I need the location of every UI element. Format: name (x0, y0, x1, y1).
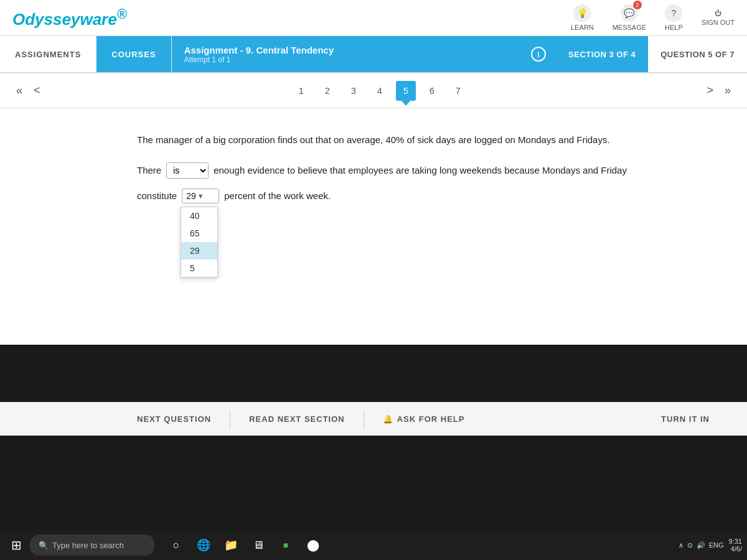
is-dropdown[interactable]: is is not (166, 162, 209, 179)
stepper-icon: ▼ (197, 192, 204, 200)
logo-text: Odysseyware® (12, 10, 127, 29)
question-num-5[interactable]: 5 (396, 81, 416, 101)
help-icon: ? (665, 4, 682, 22)
search-icon: 🔍 (39, 541, 49, 550)
message-nav[interactable]: 💬 2 MESSAGE (613, 4, 646, 31)
taskbar-app2-button[interactable]: ■ (273, 532, 299, 558)
question-text: The manager of a big corporation finds o… (137, 133, 710, 147)
ask-help-icon: 🔔 (383, 414, 393, 424)
start-button[interactable]: ⊞ (5, 534, 27, 556)
taskbar-browser-button[interactable]: 🌐 (190, 532, 217, 558)
next-question-button[interactable]: > (703, 83, 717, 98)
assignments-tab-label: ASSIGNMENTS (15, 50, 81, 59)
question-num-2[interactable]: 2 (317, 81, 337, 101)
sentence-row-1: There is is not enough evidence to belie… (137, 162, 710, 179)
taskbar-files-button[interactable]: 📁 (218, 532, 244, 558)
sentence-part1: There (137, 165, 161, 175)
time-display: 9:31 (729, 538, 742, 545)
nav-arrows-left: « < (12, 83, 44, 98)
assignments-tab[interactable]: ASSIGNMENTS (0, 36, 96, 72)
main-content: The manager of a big corporation finds o… (0, 108, 747, 345)
tray-icon-1: ⊙ (687, 541, 693, 549)
dropdown-option-29[interactable]: 29 (181, 242, 217, 259)
system-tray: ∧ ⊙ 🔊 ENG (679, 541, 724, 549)
top-bar: Odysseyware® 💡 LEARN 💬 2 MESSAGE ? HELP … (0, 0, 747, 36)
section-label: SECTION 3 OF 4 (556, 36, 648, 72)
question-num-3[interactable]: 3 (344, 81, 364, 101)
taskbar-right: ∧ ⊙ 🔊 ENG 9:31 4/6/ (679, 538, 742, 553)
dropdown-option-65[interactable]: 65 (181, 225, 217, 242)
taskbar-circle-button[interactable]: ○ (163, 532, 189, 558)
tray-up-icon[interactable]: ∧ (679, 541, 684, 549)
sign-out-label: SIGN OUT (702, 19, 735, 26)
browser-icon: 🌐 (197, 538, 210, 552)
tray-icon-2: 🔊 (697, 541, 705, 549)
courses-tab-label: COURSES (111, 50, 156, 59)
bottom-area (0, 437, 747, 505)
question-num-7[interactable]: 7 (448, 81, 468, 101)
learn-label: LEARN (571, 24, 594, 31)
app3-icon: ⬤ (307, 538, 319, 552)
taskbar-app1-button[interactable]: 🖥 (245, 532, 271, 558)
courses-tab[interactable]: COURSES (96, 36, 171, 72)
date-display: 4/6/ (731, 545, 742, 553)
trademark: ® (117, 6, 127, 22)
turn-it-in-button[interactable]: TURN IT IN (661, 414, 710, 424)
taskbar-app3-button[interactable]: ⬤ (300, 532, 326, 558)
question-label: QUESTION 5 OF 7 (648, 36, 747, 72)
app-logo: Odysseyware® (12, 6, 127, 29)
prev-question-button[interactable]: < (30, 83, 44, 98)
action-divider-2 (364, 410, 364, 429)
assignment-attempt: Attempt 1 of 1 (184, 55, 521, 64)
learn-nav[interactable]: 💡 LEARN (571, 4, 594, 31)
second-nav-bar: ASSIGNMENTS COURSES Assignment - 9. Cent… (0, 36, 747, 73)
dropdown-popup: 40 65 29 5 (181, 207, 218, 278)
tray-lang: ENG (709, 541, 724, 549)
files-icon: 📁 (224, 538, 238, 552)
taskbar: ⊞ 🔍 Type here to search ○ 🌐 📁 🖥 ■ ⬤ ∧ ⊙ … (0, 530, 747, 560)
message-badge: 2 (633, 1, 642, 9)
message-icon: 💬 2 (621, 4, 638, 22)
stepper-value: 29 (186, 191, 196, 201)
ask-for-help-button[interactable]: 🔔 ASK FOR HELP (383, 414, 465, 424)
sentence-part4: percent of the work week. (224, 190, 331, 201)
question-nav-bar: « < 1 2 3 4 5 6 7 > » (0, 73, 747, 108)
read-next-section-button[interactable]: READ NEXT SECTION (249, 414, 345, 424)
assignment-info: Assignment - 9. Central Tendency Attempt… (172, 36, 521, 72)
app2-icon: ■ (283, 540, 288, 550)
first-question-button[interactable]: « (12, 83, 26, 98)
message-label: MESSAGE (613, 24, 646, 31)
dropdown-option-5[interactable]: 5 (181, 259, 217, 277)
question-num-4[interactable]: 4 (370, 81, 390, 101)
taskbar-search-label: Type here to search (52, 541, 124, 550)
action-bar: NEXT QUESTION READ NEXT SECTION 🔔 ASK FO… (0, 402, 747, 436)
dropdown-option-40[interactable]: 40 (181, 207, 217, 225)
circle-icon: ○ (173, 539, 180, 552)
sign-out-button[interactable]: ⏻ SIGN OUT (702, 9, 735, 26)
stepper-input[interactable]: 29 ▼ (182, 189, 219, 203)
sign-out-icon: ⏻ (715, 9, 721, 17)
sentence-part3: constitute (137, 190, 177, 201)
sentence-part2: enough evidence to believe that employee… (214, 165, 627, 175)
ask-help-label: ASK FOR HELP (397, 414, 465, 424)
question-numbers: 1 2 3 4 5 6 7 (57, 81, 703, 101)
taskbar-search[interactable]: 🔍 Type here to search (30, 534, 154, 556)
sentence-row-2: constitute 29 ▼ percent of the work week… (137, 189, 710, 203)
nav-arrows-right: > » (703, 83, 735, 98)
info-icon: i (531, 47, 546, 62)
top-nav-icons: 💡 LEARN 💬 2 MESSAGE ? HELP ⏻ SIGN OUT (571, 4, 735, 31)
next-question-action-button[interactable]: NEXT QUESTION (137, 414, 211, 424)
question-num-1[interactable]: 1 (291, 81, 311, 101)
taskbar-icons: ○ 🌐 📁 🖥 ■ ⬤ (163, 532, 326, 558)
assignment-title: Assignment - 9. Central Tendency (184, 45, 521, 55)
app1-icon: 🖥 (253, 539, 264, 552)
learn-icon: 💡 (573, 4, 591, 22)
help-nav[interactable]: ? HELP (665, 4, 683, 31)
help-label: HELP (665, 24, 683, 31)
time-date: 9:31 4/6/ (729, 538, 742, 553)
last-question-button[interactable]: » (721, 83, 735, 98)
question-num-6[interactable]: 6 (422, 81, 442, 101)
action-divider (230, 410, 230, 429)
info-button[interactable]: i (521, 36, 556, 72)
